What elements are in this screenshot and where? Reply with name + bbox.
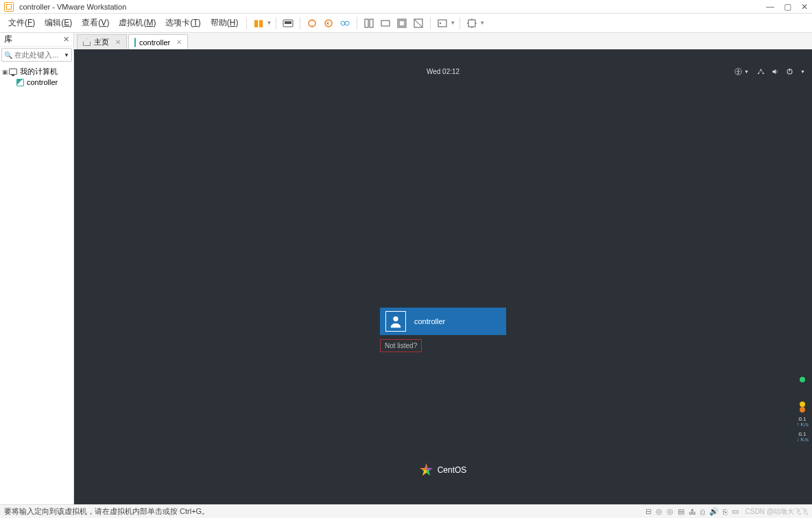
window-controls: — ▢ ✕ (766, 2, 808, 12)
centos-logo-icon (420, 463, 433, 477)
gnome-top-bar: Wed 02:12 ▼ ▼ (74, 64, 812, 78)
pause-vm-button[interactable]: ▮▮ (251, 16, 266, 31)
separator (430, 17, 431, 29)
library-title: 库 (4, 34, 12, 45)
user-avatar-icon (385, 311, 406, 332)
svg-rect-6 (365, 19, 368, 27)
svg-point-4 (341, 21, 345, 25)
svg-point-16 (738, 69, 739, 71)
stretch-guest-button[interactable] (464, 16, 479, 31)
tab-bar: 主页 ✕ controller ✕ (74, 33, 812, 49)
chevron-down-icon: ▼ (800, 69, 805, 74)
tree-collapse-icon[interactable]: ▣ (1, 69, 8, 75)
snapshot-revert-button[interactable] (321, 16, 336, 31)
status-bar: 要将输入定向到该虚拟机，请在虚拟机内部单击或按 Ctrl+G。 ⊟ ◎ ◎ ▤ … (0, 504, 812, 518)
status-display-icon[interactable]: ▭ (732, 507, 739, 516)
home-icon (83, 38, 91, 46)
search-icon: 🔍 (2, 51, 14, 59)
status-printer-icon[interactable]: ⎘ (723, 508, 728, 516)
library-close-button[interactable]: ✕ (63, 35, 69, 44)
library-search: 🔍 ▼ (1, 48, 72, 62)
console-dropdown-icon[interactable]: ▼ (450, 20, 455, 26)
minimize-button[interactable]: — (766, 2, 774, 12)
volume-icon (772, 68, 779, 75)
net-down-stat: 0.1↓ K/s (796, 432, 809, 443)
gnome-system-menu[interactable]: ▼ (757, 68, 805, 75)
view-unity-button[interactable] (411, 16, 426, 31)
status-dot-green (800, 377, 805, 382)
tree-vm-controller[interactable]: controller (1, 77, 72, 87)
separator (459, 17, 460, 29)
gdm-not-listed-link[interactable]: Not listed? (380, 339, 422, 352)
menu-edit[interactable]: 编辑(E) (40, 16, 76, 30)
status-message: 要将输入定向到该虚拟机，请在虚拟机内部单击或按 Ctrl+G。 (4, 506, 645, 517)
console-view-button[interactable] (435, 16, 450, 31)
centos-brand: CentOS (420, 463, 467, 477)
tree-root-my-computer[interactable]: ▣ 我的计算机 (1, 66, 72, 77)
status-dot-yellow (800, 402, 805, 407)
tab-home[interactable]: 主页 ✕ (77, 34, 127, 49)
pause-dropdown-icon[interactable]: ▼ (266, 20, 272, 26)
menu-vm[interactable]: 虚拟机(M) (115, 16, 160, 30)
tab-home-label: 主页 (94, 37, 109, 47)
tab-controller[interactable]: controller ✕ (128, 34, 188, 49)
status-network-icon[interactable]: 🖧 (689, 508, 696, 516)
power-icon (786, 68, 793, 75)
status-cd-icon[interactable]: ◎ (656, 507, 662, 516)
svg-rect-13 (438, 20, 446, 27)
svg-rect-7 (370, 19, 373, 27)
watermark-text: CSDN @咕噜大飞飞 (745, 507, 808, 517)
vm-guest-screen[interactable]: Wed 02:12 ▼ ▼ controller (74, 49, 812, 504)
status-usb-icon[interactable]: ⎙ (700, 508, 705, 516)
centos-brand-text: CentOS (438, 465, 467, 475)
library-search-input[interactable] (14, 51, 62, 59)
tab-close-icon[interactable]: ✕ (176, 38, 182, 46)
maximize-button[interactable]: ▢ (784, 2, 791, 12)
main-area: 库 ✕ 🔍 ▼ ▣ 我的计算机 controller 主页 ✕ (0, 33, 812, 504)
library-panel: 库 ✕ 🔍 ▼ ▣ 我的计算机 controller (0, 33, 74, 504)
tab-controller-label: controller (139, 38, 170, 47)
status-floppy-icon[interactable]: ▤ (678, 507, 684, 516)
close-button[interactable]: ✕ (801, 2, 808, 12)
status-sound-icon[interactable]: 🔊 (709, 507, 719, 516)
net-up-stat: 0.1↑ K/s (796, 417, 809, 428)
menu-file[interactable]: 文件(F) (4, 16, 39, 30)
svg-rect-10 (399, 21, 405, 26)
gnome-clock[interactable]: Wed 02:12 (427, 68, 459, 75)
tree-vm-label: controller (27, 78, 58, 86)
window-title: controller - VMware Workstation (19, 3, 766, 11)
tree-root-label: 我的计算机 (20, 66, 58, 77)
view-single-button[interactable] (378, 16, 393, 31)
library-tree: ▣ 我的计算机 controller (0, 63, 73, 504)
snapshot-take-button[interactable] (304, 16, 320, 31)
svg-rect-14 (468, 20, 475, 27)
view-console-button[interactable] (361, 16, 377, 31)
status-cd2-icon[interactable]: ◎ (667, 507, 673, 516)
vmware-app-icon (4, 2, 14, 12)
separator (300, 17, 300, 29)
menu-help[interactable]: 帮助(H) (206, 16, 243, 30)
separator (276, 17, 276, 29)
gdm-user-name: controller (414, 317, 445, 325)
computer-icon (8, 68, 18, 76)
library-header: 库 ✕ (0, 33, 73, 47)
menu-tabs[interactable]: 选项卡(T) (161, 16, 204, 30)
svg-rect-8 (381, 21, 390, 26)
menu-toolbar: 文件(F) 编辑(E) 查看(V) 虚拟机(M) 选项卡(T) 帮助(H) ▮▮… (0, 14, 812, 33)
view-fullscreen-button[interactable] (394, 16, 409, 31)
gdm-user-controller[interactable]: controller (380, 308, 506, 335)
send-ctrl-alt-del-button[interactable] (280, 16, 296, 31)
svg-rect-1 (285, 21, 291, 24)
gnome-accessibility-menu[interactable]: ▼ (735, 68, 749, 75)
tab-close-icon[interactable]: ✕ (115, 38, 121, 46)
svg-line-12 (414, 19, 422, 27)
status-hdd-icon[interactable]: ⊟ (645, 507, 652, 516)
status-device-icons: ⊟ ◎ ◎ ▤ 🖧 ⎙ 🔊 ⎘ ▭ (645, 507, 739, 516)
window-titlebar: controller - VMware Workstation — ▢ ✕ (0, 0, 812, 14)
content-area: 主页 ✕ controller ✕ Wed 02:12 ▼ (74, 33, 812, 504)
menu-view[interactable]: 查看(V) (77, 16, 113, 30)
search-dropdown-icon[interactable]: ▼ (62, 52, 71, 58)
stretch-dropdown-icon[interactable]: ▼ (479, 20, 485, 26)
snapshot-manager-button[interactable] (337, 16, 353, 31)
chevron-down-icon: ▼ (744, 69, 749, 74)
